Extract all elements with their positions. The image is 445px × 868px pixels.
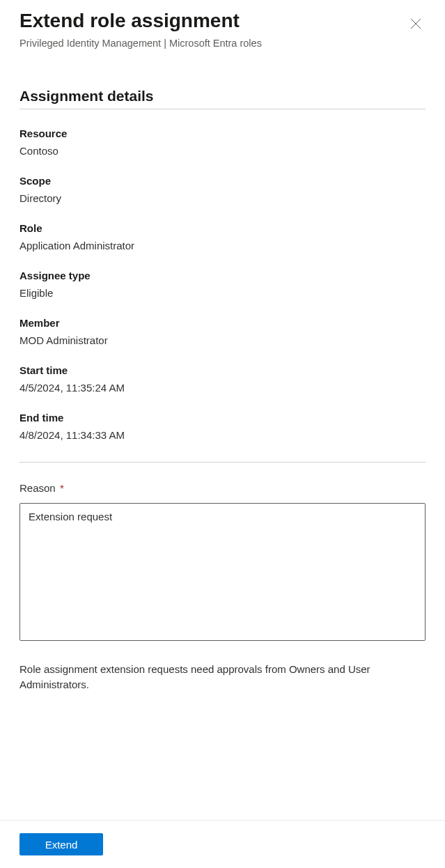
- field-member: Member MOD Administrator: [19, 317, 426, 346]
- field-label-assignee-type: Assignee type: [19, 270, 426, 281]
- section-heading-assignment-details: Assignment details: [19, 88, 426, 109]
- field-assignee-type: Assignee type Eligible: [19, 270, 426, 299]
- field-label-end-time: End time: [19, 412, 426, 424]
- required-marker: *: [60, 482, 64, 494]
- divider: [19, 462, 426, 463]
- field-label-start-time: Start time: [19, 364, 426, 376]
- approval-info-text: Role assignment extension requests need …: [19, 662, 426, 692]
- close-icon: [410, 21, 421, 31]
- reason-label: Reason *: [19, 482, 64, 494]
- field-resource: Resource Contoso: [19, 127, 426, 157]
- panel-subtitle: Privileged Identity Management | Microso…: [19, 38, 262, 49]
- extend-button[interactable]: Extend: [19, 833, 103, 855]
- field-value-assignee-type: Eligible: [19, 287, 426, 299]
- field-value-start-time: 4/5/2024, 11:35:24 AM: [19, 382, 426, 394]
- field-start-time: Start time 4/5/2024, 11:35:24 AM: [19, 364, 426, 394]
- reason-block: Reason *: [19, 482, 426, 644]
- field-value-member: MOD Administrator: [19, 334, 426, 346]
- field-role: Role Application Administrator: [19, 222, 426, 251]
- panel-title: Extend role assignment: [19, 8, 262, 33]
- field-label-member: Member: [19, 317, 426, 329]
- field-value-end-time: 4/8/2024, 11:34:33 AM: [19, 429, 426, 441]
- close-button[interactable]: [406, 14, 426, 36]
- reason-label-text: Reason: [19, 482, 56, 494]
- field-label-resource: Resource: [19, 127, 426, 139]
- panel-footer: Extend: [0, 820, 445, 868]
- field-scope: Scope Directory: [19, 175, 426, 204]
- panel-header: Extend role assignment Privileged Identi…: [19, 8, 426, 49]
- field-value-role: Application Administrator: [19, 240, 426, 251]
- field-value-resource: Contoso: [19, 145, 426, 157]
- field-label-role: Role: [19, 222, 426, 234]
- field-label-scope: Scope: [19, 175, 426, 187]
- reason-textarea[interactable]: [19, 503, 426, 641]
- field-value-scope: Directory: [19, 192, 426, 204]
- field-end-time: End time 4/8/2024, 11:34:33 AM: [19, 412, 426, 441]
